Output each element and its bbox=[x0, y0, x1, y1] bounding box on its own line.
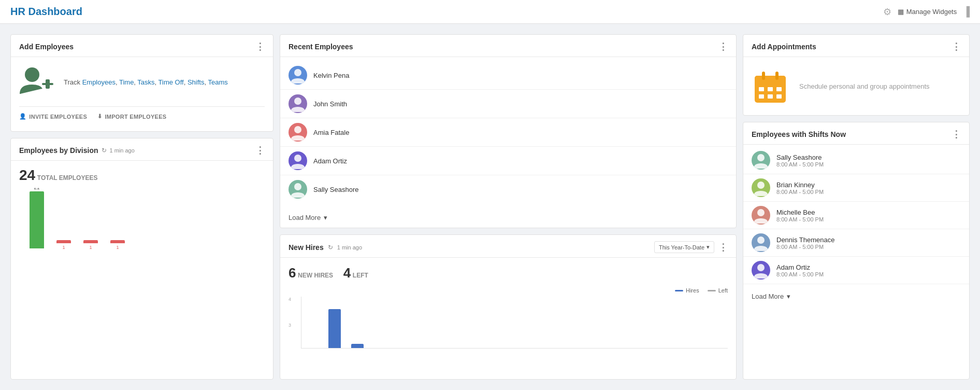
y-axis-labels: 4 3 bbox=[289, 297, 291, 349]
recent-employees-title: Recent Employees bbox=[289, 43, 353, 51]
svg-point-20 bbox=[757, 182, 765, 189]
track-link-teams[interactable]: Teams bbox=[208, 78, 227, 86]
svg-point-4 bbox=[294, 97, 301, 105]
appt-content: Schedule personal and group appointments bbox=[743, 57, 969, 115]
bar-group-1: 21 bbox=[30, 188, 44, 250]
shift-row-michelle[interactable]: Michelle Bee 8:00 AM - 5:00 PM bbox=[743, 202, 969, 229]
shifts-title: Employees with Shifts Now bbox=[752, 130, 846, 138]
manage-widgets-label: Manage Widgets bbox=[906, 8, 957, 16]
division-menu[interactable]: ⋮ bbox=[255, 145, 265, 156]
new-hires-panel: New Hires ↻ 1 min ago This Year-To-Date … bbox=[280, 234, 737, 380]
shifts-load-more-button[interactable]: Load More ▾ bbox=[743, 286, 969, 307]
refresh-icon[interactable]: ↻ bbox=[102, 147, 107, 154]
svg-rect-12 bbox=[768, 87, 773, 91]
right-column: Add Appointments ⋮ Sch bbox=[740, 31, 973, 383]
left-label: LEFT bbox=[353, 272, 368, 279]
legend-left: Left bbox=[708, 287, 728, 294]
shift-row-adam[interactable]: Adam Ortiz 8:00 AM - 5:00 PM bbox=[743, 257, 969, 284]
avatar-shift-dennis bbox=[752, 233, 770, 252]
svg-point-3 bbox=[294, 69, 301, 76]
bar-3 bbox=[83, 240, 98, 243]
shifts-chevron-icon: ▾ bbox=[787, 292, 790, 300]
track-link-time[interactable]: Time bbox=[119, 78, 134, 86]
invite-employees-button[interactable]: 👤 INVITE EMPLOYEES bbox=[19, 110, 87, 123]
add-employees-menu[interactable]: ⋮ bbox=[255, 41, 265, 52]
track-link-tasks[interactable]: Tasks bbox=[137, 78, 154, 86]
recent-emp-row-4[interactable]: Adam Ortiz bbox=[280, 147, 736, 175]
add-appointments-menu[interactable]: ⋮ bbox=[952, 41, 961, 52]
legend-hires-dot bbox=[675, 290, 683, 291]
shift-time-dennis: 8:00 AM - 5:00 PM bbox=[776, 244, 961, 250]
svg-rect-2 bbox=[46, 79, 50, 89]
total-employees: 24 TOTAL EMPLOYEES bbox=[11, 161, 273, 188]
new-hires-stats: 6 NEW HIRES 4 LEFT bbox=[280, 258, 736, 284]
svg-rect-16 bbox=[776, 94, 782, 99]
manage-widgets-button[interactable]: ▦ Manage Widgets bbox=[898, 8, 957, 16]
bar-group-2: 1 bbox=[56, 239, 71, 250]
recent-employees-menu[interactable]: ⋮ bbox=[718, 41, 728, 52]
add-appointments-header: Add Appointments ⋮ bbox=[743, 35, 969, 57]
shift-name-michelle: Michelle Bee bbox=[776, 208, 961, 216]
svg-point-5 bbox=[294, 126, 301, 133]
recent-emp-row-3[interactable]: Amia Fatale bbox=[280, 118, 736, 147]
division-chart: 21 1 bbox=[11, 188, 273, 271]
bar-group-3: 1 bbox=[83, 239, 98, 250]
page-title: HR Dashboard bbox=[10, 6, 82, 18]
add-appointments-panel: Add Appointments ⋮ Sch bbox=[743, 34, 970, 116]
shift-time-sally: 8:00 AM - 5:00 PM bbox=[776, 161, 961, 168]
add-employee-icon bbox=[19, 65, 55, 99]
shift-row-brian[interactable]: Brian Kinney 8:00 AM - 5:00 PM bbox=[743, 174, 969, 202]
recent-emp-row-1[interactable]: Kelvin Pena bbox=[280, 61, 736, 90]
recent-emp-row-5[interactable]: Sally Seashore bbox=[280, 175, 736, 203]
svg-point-21 bbox=[757, 209, 765, 216]
avatar-kelvin bbox=[289, 66, 307, 85]
svg-rect-10 bbox=[755, 81, 786, 85]
avatar-shift-michelle bbox=[752, 206, 770, 225]
shift-row-dennis[interactable]: Dennis Themenace 8:00 AM - 5:00 PM bbox=[743, 229, 969, 257]
shifts-menu[interactable]: ⋮ bbox=[952, 129, 961, 140]
legend-left-dot bbox=[708, 290, 716, 291]
import-employees-button[interactable]: ⬇ IMPORT EMPLOYEES bbox=[97, 110, 166, 123]
recent-employees-panel: Recent Employees ⋮ Kelvin Pena John Smit… bbox=[280, 34, 737, 228]
new-hires-title-group: New Hires ↻ 1 min ago bbox=[289, 243, 362, 252]
new-hires-refresh-icon[interactable]: ↻ bbox=[328, 244, 333, 251]
divider-icon: ▐ bbox=[963, 6, 970, 17]
recent-emp-row-2[interactable]: John Smith bbox=[280, 90, 736, 118]
add-employees-content: Track Employees, Time, Tasks, Time Off, … bbox=[11, 57, 273, 131]
avatar-shift-sally bbox=[752, 151, 770, 170]
track-link-employees[interactable]: Employees bbox=[82, 78, 116, 86]
shift-name-sally: Sally Seashore bbox=[776, 154, 961, 161]
bar-group-4: 1 bbox=[110, 239, 125, 250]
shift-time-adam: 8:00 AM - 5:00 PM bbox=[776, 271, 961, 277]
svg-rect-18 bbox=[775, 72, 779, 80]
widgets-icon: ▦ bbox=[898, 8, 904, 16]
shift-name-adam: Adam Ortiz bbox=[776, 263, 961, 271]
track-text: Track Employees, Time, Tasks, Time Off, … bbox=[64, 77, 228, 88]
middle-column: Recent Employees ⋮ Kelvin Pena John Smit… bbox=[277, 31, 740, 383]
emp-name-adam: Adam Ortiz bbox=[313, 157, 347, 165]
new-hires-menu[interactable]: ⋮ bbox=[718, 242, 728, 253]
import-label: IMPORT EMPLOYEES bbox=[105, 114, 166, 120]
track-link-timeoff[interactable]: Time Off bbox=[158, 78, 184, 86]
new-hires-right: This Year-To-Date ▾ ⋮ bbox=[654, 241, 728, 253]
shift-row-sally[interactable]: Sally Seashore 8:00 AM - 5:00 PM bbox=[743, 147, 969, 174]
svg-point-7 bbox=[294, 183, 301, 190]
track-link-shifts[interactable]: Shifts bbox=[188, 78, 205, 86]
shifts-header: Employees with Shifts Now ⋮ bbox=[743, 122, 969, 145]
svg-rect-11 bbox=[759, 87, 764, 91]
add-employees-title: Add Employees bbox=[19, 43, 74, 51]
avatar-john bbox=[289, 94, 307, 113]
avatar-shift-brian bbox=[752, 178, 770, 197]
date-filter-dropdown[interactable]: This Year-To-Date ▾ bbox=[654, 241, 714, 253]
recent-employees-header: Recent Employees ⋮ bbox=[280, 35, 736, 57]
shift-info-brian: Brian Kinney 8:00 AM - 5:00 PM bbox=[776, 181, 961, 195]
gear-icon[interactable]: ⚙ bbox=[883, 6, 891, 18]
load-more-button[interactable]: Load More ▾ bbox=[280, 207, 736, 228]
shift-info-sally: Sally Seashore 8:00 AM - 5:00 PM bbox=[776, 154, 961, 168]
shift-name-dennis: Dennis Themenace bbox=[776, 236, 961, 244]
division-time-ago: 1 min ago bbox=[110, 147, 135, 154]
shift-info-michelle: Michelle Bee 8:00 AM - 5:00 PM bbox=[776, 208, 961, 222]
svg-point-22 bbox=[757, 236, 765, 244]
left-column: Add Employees ⋮ Track Employees, Time bbox=[7, 31, 277, 383]
avatar-sally bbox=[289, 180, 307, 199]
